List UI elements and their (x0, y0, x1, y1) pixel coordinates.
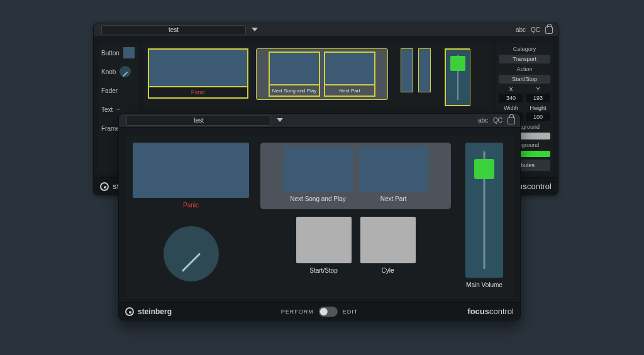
x-label: X (509, 86, 513, 92)
palette-button[interactable]: Button (101, 46, 136, 60)
knob-swatch-icon (119, 66, 131, 77)
footer-front: steinberg PERFORM EDIT focuscontrol (119, 302, 520, 320)
qc-label[interactable]: QC (493, 117, 502, 124)
canvas-small-group (401, 48, 431, 92)
product-name-front: focuscontrol (467, 307, 514, 316)
lock-icon[interactable] (545, 26, 553, 34)
palette-text-label: Text (101, 106, 113, 113)
abc-label[interactable]: abc (516, 26, 526, 33)
titlebar-back: test abc QC (94, 23, 558, 37)
button-swatch-icon (123, 47, 135, 58)
qc-label[interactable]: QC (531, 26, 540, 33)
panic-label: Panic (148, 87, 248, 98)
palette-knob[interactable]: Knob (101, 65, 136, 79)
product-control: control (527, 182, 552, 191)
preset-name: test (169, 26, 179, 33)
action-label: Action (499, 66, 550, 72)
canvas-small-2[interactable] (418, 48, 431, 92)
palette-fader-label: Fader (101, 87, 118, 94)
y-label: Y (536, 86, 540, 92)
product-control: control (489, 307, 514, 316)
transport-row: Start/Stop Cyle (260, 217, 451, 277)
palette-knob-label: Knob (101, 68, 116, 75)
brand-logo-icon (100, 182, 109, 191)
perform-canvas: Panic Next Song and Play Next Part Start… (125, 135, 514, 298)
perform-label: PERFORM (281, 309, 314, 315)
col-panic-knob: Panic (133, 143, 249, 291)
fader-thumb[interactable] (474, 159, 494, 179)
action-field[interactable]: Start/Stop (499, 75, 550, 84)
preset-dropdown-front[interactable]: test (126, 116, 271, 126)
y-field[interactable]: 193 (526, 94, 550, 102)
next-part-label: Next Part (325, 85, 375, 96)
height-item: Height 100 (526, 105, 550, 121)
perform-window: test abc QC Panic Next Song and Play Ne (118, 113, 521, 320)
next-part-card: Next Part (359, 146, 428, 205)
titlebar-right-front: abc QC (478, 117, 515, 124)
col-center: Next Song and Play Next Part Start/Stop … (260, 143, 451, 291)
cycle-label: Cyle (381, 263, 394, 277)
canvas-next-song[interactable]: Next Song and Play (269, 52, 320, 97)
canvas-small-1[interactable] (401, 48, 413, 92)
next-song-button[interactable] (284, 146, 353, 192)
xy-row: X 340 Y 193 (499, 86, 550, 102)
panic-button[interactable] (133, 143, 249, 198)
x-item: X 340 (499, 86, 523, 102)
main-knob[interactable] (164, 226, 219, 281)
abc-label[interactable]: abc (478, 117, 488, 124)
lock-icon[interactable] (508, 117, 515, 124)
category-field[interactable]: Transport (499, 55, 550, 63)
canvas-next-part[interactable]: Next Part (324, 52, 375, 97)
start-stop-card: Start/Stop (296, 217, 352, 277)
canvas-fader[interactable] (445, 48, 470, 106)
fader-thumb[interactable] (450, 56, 465, 71)
width-label: Width (504, 105, 518, 111)
category-label: Category (499, 46, 550, 52)
next-part-pad[interactable] (325, 52, 375, 85)
next-song-label: Next Song and Play (290, 192, 345, 205)
main-volume-fader[interactable] (465, 143, 503, 278)
height-field[interactable]: 100 (526, 112, 550, 121)
edit-label: EDIT (343, 309, 358, 315)
panic-label: Panic (183, 202, 199, 209)
next-part-button[interactable] (359, 146, 428, 192)
palette-fader[interactable]: Fader (101, 84, 136, 97)
brand-front: steinberg (125, 307, 172, 316)
brand-logo-icon (125, 307, 134, 316)
chevron-down-icon (252, 28, 258, 31)
canvas-nav-group[interactable]: Next Song and Play Next Part (256, 48, 388, 100)
preset-dropdown[interactable]: test (101, 25, 246, 35)
height-label: Height (530, 105, 546, 111)
palette-frame-label: Frame (101, 125, 119, 132)
brand-text: steinberg (138, 307, 172, 316)
preset-name-front: test (194, 117, 204, 124)
product-focus: focus (467, 307, 489, 316)
next-song-pad[interactable] (269, 52, 319, 85)
mini-fader[interactable] (445, 49, 470, 106)
toggle-switch[interactable] (319, 307, 338, 317)
start-stop-button[interactable] (296, 217, 352, 263)
cycle-card: Cyle (360, 217, 416, 277)
canvas-panic-button[interactable]: Panic (148, 48, 248, 99)
chevron-down-icon (277, 118, 283, 122)
main-volume-label: Main Volume (466, 281, 502, 288)
perform-edit-toggle[interactable]: PERFORM EDIT (281, 307, 358, 317)
text-swatch-icon: – (116, 106, 119, 112)
cycle-button[interactable] (360, 217, 416, 263)
x-field[interactable]: 340 (499, 94, 523, 102)
col-fader: Main Volume (462, 143, 506, 291)
palette-button-label: Button (101, 50, 119, 57)
y-item: Y 193 (526, 86, 550, 102)
nav-group: Next Song and Play Next Part (260, 143, 451, 209)
panic-pad[interactable] (148, 49, 248, 87)
start-stop-label: Start/Stop (309, 263, 337, 277)
titlebar-right-group: abc QC (516, 26, 553, 34)
next-part-label: Next Part (380, 192, 407, 205)
next-song-card: Next Song and Play (284, 146, 353, 205)
titlebar-front: test abc QC (119, 114, 520, 128)
next-song-label: Next Song and Play (269, 85, 319, 96)
